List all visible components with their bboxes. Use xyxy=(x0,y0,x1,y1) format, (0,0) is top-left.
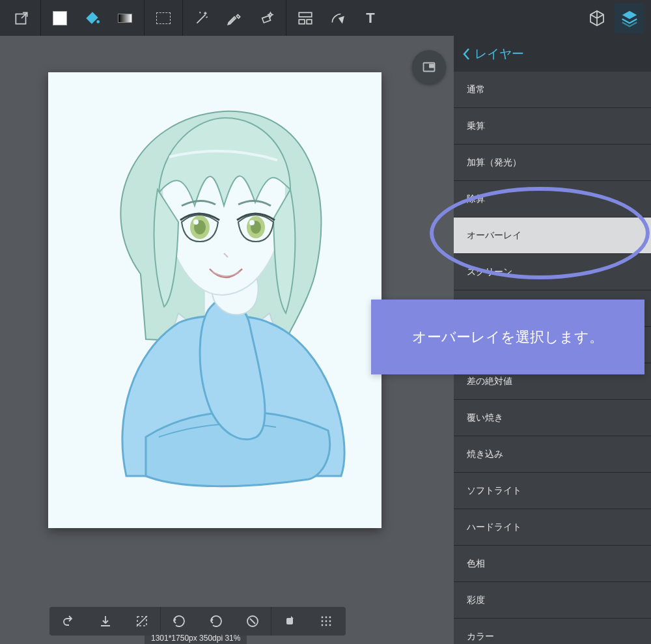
text-tool-button[interactable]: T xyxy=(354,0,387,36)
toolbar-divider xyxy=(286,0,286,36)
materials-icon xyxy=(587,8,607,28)
fill-bucket-button[interactable] xyxy=(76,0,109,36)
export-icon xyxy=(13,10,30,27)
svg-rect-7 xyxy=(430,64,434,68)
svg-point-26 xyxy=(326,624,327,626)
svg-rect-15 xyxy=(48,72,381,528)
canvas-bottom-toolbar xyxy=(49,607,346,636)
svg-point-21 xyxy=(329,617,331,619)
curve-pointer-icon xyxy=(329,10,346,27)
back-chevron-icon xyxy=(462,47,471,61)
blend-mode-item-overlay[interactable]: オーバーレイ xyxy=(454,217,651,254)
deselect-icon xyxy=(134,613,150,629)
rotate-icon xyxy=(61,613,77,629)
minimap-icon xyxy=(421,59,437,75)
layers-panel-button[interactable] xyxy=(613,0,646,36)
text-icon: T xyxy=(366,10,374,27)
blend-mode-item-add-glow[interactable]: 加算（発光） xyxy=(454,145,651,181)
blend-mode-item-dodge[interactable]: 覆い焼き xyxy=(454,400,651,436)
toolbar-divider xyxy=(182,0,183,36)
minimap-button[interactable] xyxy=(412,50,446,84)
undo-icon xyxy=(171,613,187,629)
svg-point-19 xyxy=(322,617,324,619)
svg-point-27 xyxy=(329,624,331,626)
grid-button[interactable] xyxy=(308,613,344,629)
toolbar-divider xyxy=(144,0,145,36)
magic-eraser-icon xyxy=(258,10,275,27)
toolbar-divider xyxy=(40,0,41,36)
side-panel-title: レイヤー xyxy=(475,46,524,63)
blend-mode-item-screen[interactable]: スクリーン xyxy=(454,254,651,290)
blend-mode-item-color[interactable]: カラー xyxy=(454,619,651,644)
svg-point-23 xyxy=(326,621,327,623)
svg-rect-3 xyxy=(299,12,312,16)
blend-mode-item-softlight[interactable]: ソフトライト xyxy=(454,473,651,509)
deselect-button[interactable] xyxy=(124,613,160,629)
reset-rotation-button[interactable] xyxy=(234,613,271,629)
annotation-callout-text: オーバーレイを選択します。 xyxy=(412,328,603,347)
svg-point-22 xyxy=(322,621,324,623)
blend-mode-item-divide[interactable]: 除算 xyxy=(454,181,651,217)
redo-icon xyxy=(208,613,224,629)
export-button[interactable] xyxy=(5,0,38,36)
svg-point-1 xyxy=(96,20,100,23)
blend-mode-item-multiply[interactable]: 乗算 xyxy=(454,108,651,145)
download-icon xyxy=(98,613,113,629)
foreground-color-button[interactable] xyxy=(44,0,76,36)
blend-mode-item-burn[interactable]: 焼き込み xyxy=(454,436,651,473)
blend-mode-item-hue[interactable]: 色相 xyxy=(454,546,651,582)
color-square-icon xyxy=(53,11,67,25)
panels-button[interactable] xyxy=(289,0,322,36)
rectangular-select-icon xyxy=(156,12,171,24)
rectangular-select-button[interactable] xyxy=(147,0,180,36)
magic-wand-icon xyxy=(193,10,210,27)
canvas-artwork xyxy=(48,72,381,528)
rotate-button[interactable] xyxy=(51,613,87,629)
svg-point-24 xyxy=(329,621,331,623)
svg-rect-4 xyxy=(299,20,305,23)
side-panel-header[interactable]: レイヤー xyxy=(454,36,651,72)
undo-button[interactable] xyxy=(161,613,197,629)
redo-button[interactable] xyxy=(198,613,234,629)
transform-icon xyxy=(282,613,298,629)
top-toolbar: T xyxy=(0,0,651,36)
svg-point-25 xyxy=(322,624,324,626)
annotation-callout: オーバーレイを選択します。 xyxy=(371,300,644,374)
layers-icon xyxy=(620,8,639,28)
eyedropper-icon xyxy=(226,10,243,27)
eyedropper-button[interactable] xyxy=(218,0,251,36)
download-button[interactable] xyxy=(87,613,124,629)
fill-bucket-icon xyxy=(84,10,101,27)
svg-rect-2 xyxy=(262,16,271,23)
panels-icon xyxy=(297,10,314,27)
reset-rotation-icon xyxy=(245,613,260,629)
svg-point-20 xyxy=(326,617,327,619)
blend-mode-item-hardlight[interactable]: ハードライト xyxy=(454,509,651,546)
curve-pointer-button[interactable] xyxy=(322,0,354,36)
transform-button[interactable] xyxy=(271,613,308,629)
gradient-button[interactable] xyxy=(109,0,141,36)
blend-mode-item-normal[interactable]: 通常 xyxy=(454,72,651,108)
magic-wand-button[interactable] xyxy=(186,0,218,36)
magic-eraser-button[interactable] xyxy=(251,0,283,36)
gradient-icon xyxy=(118,14,132,23)
svg-rect-18 xyxy=(286,618,293,624)
svg-rect-5 xyxy=(307,20,312,23)
blend-mode-item-saturation[interactable]: 彩度 xyxy=(454,582,651,619)
canvas-status: 1301*1750px 350dpi 31% xyxy=(145,632,247,644)
canvas[interactable] xyxy=(48,72,381,528)
grid-icon xyxy=(318,613,334,629)
materials-panel-button[interactable] xyxy=(581,0,613,36)
